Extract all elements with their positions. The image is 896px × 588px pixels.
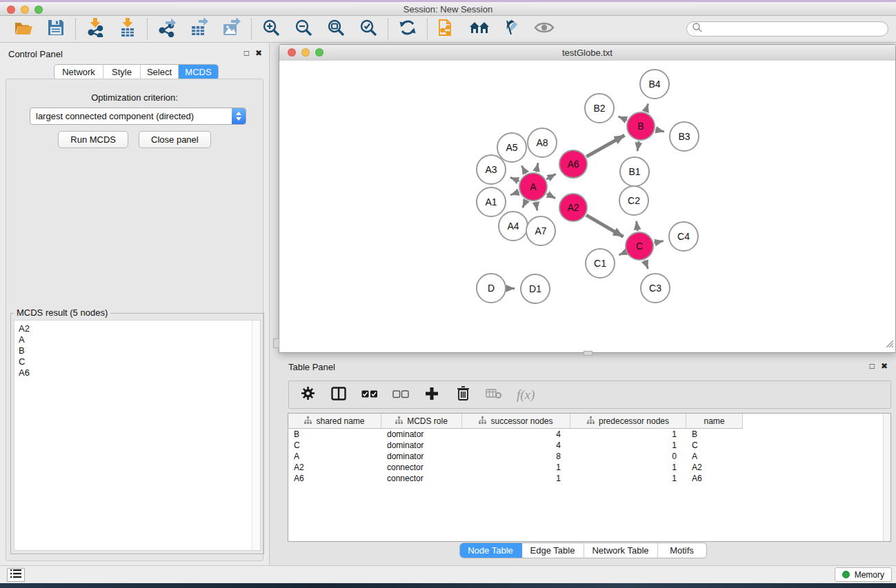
deselect-all-button[interactable] [392, 387, 409, 403]
table-cell[interactable]: 1 [570, 429, 686, 440]
tab-mcds[interactable]: MCDS [179, 65, 218, 79]
column-header-mcds-role[interactable]: MCDS role [381, 414, 462, 429]
search-input[interactable] [703, 22, 888, 36]
table-cell[interactable]: A [686, 451, 743, 462]
table-cell[interactable]: A [288, 451, 381, 462]
graph-edge-A6-B[interactable] [586, 135, 624, 156]
graph-edge-B-B2[interactable] [619, 116, 627, 120]
table-cell[interactable]: C [288, 440, 381, 451]
table-row[interactable]: Adominator80A [288, 451, 890, 462]
graph-edge-A-A8[interactable] [536, 163, 538, 172]
table-row[interactable]: A6connector11A6 [288, 473, 890, 484]
table-cell[interactable]: connector [381, 473, 462, 484]
zoom-in-button[interactable] [261, 19, 281, 39]
graph-edge-A-A1[interactable] [510, 192, 519, 194]
tab-node-table[interactable]: Node Table [460, 543, 522, 558]
table-cell[interactable]: dominator [381, 451, 462, 462]
graph-node-B2[interactable]: B2 [585, 94, 614, 123]
select-all-button[interactable] [361, 387, 378, 403]
table-row[interactable]: A2connector11A2 [288, 462, 890, 473]
import-network-button[interactable] [85, 19, 106, 39]
mcds-result-list[interactable]: A2ABCA6 [14, 320, 261, 551]
graph-node-A7[interactable]: A7 [526, 216, 555, 245]
vertical-splitter-handle[interactable] [273, 338, 279, 348]
mcds-result-item[interactable]: A6 [19, 367, 260, 378]
tab-edge-table[interactable]: Edge Table [522, 543, 584, 558]
graph-edge-A-A2[interactable] [547, 194, 556, 199]
table-cell[interactable]: A2 [686, 462, 743, 473]
search-box[interactable] [686, 21, 888, 37]
float-panel-icon[interactable]: □ [244, 48, 249, 58]
mcds-result-item[interactable]: A2 [19, 323, 260, 334]
mcds-result-item[interactable]: B [19, 345, 260, 356]
dropdown-stepper-icon[interactable] [232, 108, 246, 124]
graph-node-A8[interactable]: A8 [528, 128, 557, 157]
home-layout-button[interactable] [469, 19, 490, 39]
table-row[interactable]: Cdominator41C [288, 440, 890, 451]
graph-edge-C-C4[interactable] [654, 241, 663, 243]
graph-node-C1[interactable]: C1 [586, 249, 615, 278]
zoom-fit-button[interactable] [326, 19, 346, 39]
close-table-panel-icon[interactable]: ✖ [881, 361, 888, 371]
graph-edge-C-C2[interactable] [637, 221, 638, 231]
tab-style[interactable]: Style [103, 65, 141, 79]
graph-node-A1[interactable]: A1 [477, 187, 506, 216]
graph-edge-A-A3[interactable] [510, 177, 519, 181]
graph-node-A6[interactable]: A6 [559, 150, 587, 178]
table-cell[interactable]: 1 [462, 462, 570, 473]
criterion-dropdown[interactable]: largest connected component (directed) [30, 108, 246, 125]
function-builder-button[interactable]: f(x) [517, 387, 535, 403]
graph-node-C4[interactable]: C4 [669, 222, 698, 251]
graph-node-A3[interactable]: A3 [477, 155, 506, 184]
show-columns-button[interactable] [330, 387, 347, 403]
delete-table-button[interactable] [486, 387, 502, 403]
table-cell[interactable]: C [686, 440, 743, 451]
tab-network[interactable]: Network [54, 65, 103, 79]
graph-node-A[interactable]: A [519, 173, 547, 201]
table-cell[interactable]: 4 [462, 440, 570, 451]
graph-edge-A-A6[interactable] [546, 174, 556, 179]
table-cell[interactable]: 1 [570, 440, 686, 451]
run-mcds-button[interactable]: Run MCDS [58, 131, 128, 148]
table-cell[interactable]: 1 [462, 473, 570, 484]
graph-node-D1[interactable]: D1 [521, 274, 550, 303]
graph-edge-B-B1[interactable] [637, 141, 639, 151]
apply-style-button[interactable] [501, 19, 522, 39]
network-canvas[interactable]: B4B2BB3A5A8A6A3AB1A1C2A2A4A7CC4C1C3DD1 [279, 61, 895, 352]
horizontal-splitter-handle[interactable] [584, 351, 593, 356]
column-header-shared-name[interactable]: shared name [288, 414, 381, 429]
float-table-panel-icon[interactable]: □ [870, 361, 875, 371]
network-window-titlebar[interactable]: testGlobe.txt [279, 45, 895, 61]
table-cell[interactable]: dominator [381, 429, 462, 440]
graph-node-B[interactable]: B [627, 112, 655, 140]
resize-grip-icon[interactable] [884, 338, 894, 351]
table-cell[interactable]: 1 [570, 462, 686, 473]
graph-node-C2[interactable]: C2 [619, 186, 648, 215]
graph-node-B4[interactable]: B4 [640, 70, 669, 99]
tab-motifs[interactable]: Motifs [658, 543, 706, 558]
graph-node-C3[interactable]: C3 [641, 274, 670, 303]
mcds-result-item[interactable]: C [19, 356, 260, 367]
zoom-selected-button[interactable] [358, 19, 379, 39]
graph-edge-B-B4[interactable] [646, 104, 648, 112]
graph-node-B1[interactable]: B1 [620, 157, 649, 186]
graph-edge-A-A7[interactable] [536, 202, 537, 211]
table-cell[interactable]: connector [381, 462, 462, 473]
export-network-button[interactable] [157, 19, 177, 39]
graph-edge-C-C1[interactable] [619, 252, 625, 255]
table-cell[interactable]: 1 [570, 473, 686, 484]
graph-node-C[interactable]: C [626, 232, 653, 260]
export-image-button[interactable] [221, 19, 242, 39]
table-cell[interactable]: 0 [570, 451, 686, 462]
table-cell[interactable]: dominator [381, 440, 462, 451]
delete-columns-button[interactable] [455, 387, 471, 403]
column-header-successor-nodes[interactable]: successor nodes [462, 414, 570, 429]
export-table-button[interactable] [189, 19, 210, 39]
create-column-button[interactable] [424, 387, 440, 403]
graph-node-D[interactable]: D [477, 274, 506, 303]
column-header-name[interactable]: name [686, 414, 743, 429]
graph-edge-C-C3[interactable] [645, 261, 648, 269]
task-history-button[interactable] [7, 568, 25, 582]
show-hide-button[interactable] [534, 19, 555, 39]
graph-node-A2[interactable]: A2 [559, 194, 587, 221]
